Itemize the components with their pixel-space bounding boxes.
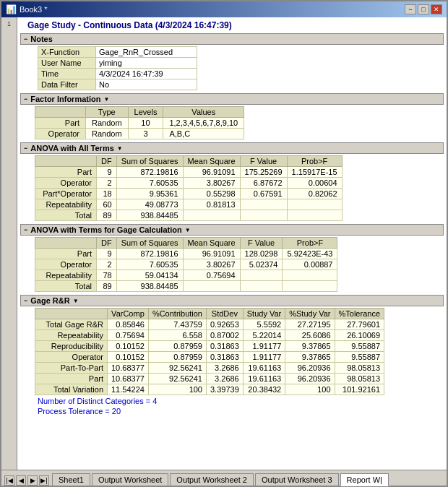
anova-all-row-po-ss: 9.95361 <box>116 189 183 199</box>
anova-gage-row-part-ss: 872.19816 <box>116 249 183 259</box>
anova-gage-row-part-ms: 96.91091 <box>183 249 240 259</box>
table-row: Time 4/3/2024 16:47:39 <box>38 69 197 79</box>
factor-content: Type Levels Values Part Random 10 1,2,3,… <box>20 106 444 139</box>
anova-gage-header: − ANOVA with Terms for Gage Calculation … <box>20 224 444 236</box>
grr-row-rep-sd: 0.87002 <box>206 330 243 341</box>
table-row: Part 9 872.19816 96.91091 175.25269 1.15… <box>35 167 343 178</box>
anova-all-row-part-df: 9 <box>97 167 117 178</box>
table-row: Part*Operator 18 9.95361 0.55298 0.67591… <box>35 189 343 199</box>
factor-col-blank <box>35 107 86 118</box>
gage-rr-section: − Gage R&R ▼ VarComp %Contribution StdDe… <box>20 295 444 415</box>
factor-collapse-icon[interactable]: − <box>24 95 27 103</box>
grr-row-total-sv: 5.5592 <box>243 319 285 330</box>
maximize-button[interactable]: □ <box>418 4 429 14</box>
anova-gage-row-part-f: 128.0298 <box>240 249 283 259</box>
factor-row-part-label: Part <box>35 118 86 129</box>
table-row: Repeatability 60 49.08773 0.81813 <box>35 199 343 210</box>
anova-all-row-total-df: 89 <box>97 210 117 221</box>
gage-rr-header: − Gage R&R ▼ <box>20 295 444 306</box>
note-label-2: Time <box>38 69 96 79</box>
grr-row-part-psv: 96.20936 <box>285 374 335 384</box>
anova-gage-row-total-df: 89 <box>97 281 117 292</box>
anova-all-col-ss: Sum of Squares <box>116 156 183 167</box>
tab-output2[interactable]: Output Worksheet 2 <box>170 473 254 486</box>
anova-all-header-label: ANOVA with All Terms <box>30 144 114 152</box>
anova-gage-col-f: F Value <box>240 238 283 249</box>
tab-reportw[interactable]: Report W| <box>340 473 389 486</box>
tab-prev-button[interactable]: ◀ <box>16 475 26 486</box>
tab-first-button[interactable]: |◀ <box>4 475 14 486</box>
notes-content: X-Function Gage_RnR_Crossed User Name yi… <box>20 46 444 90</box>
grr-row-ptp-sd: 3.2686 <box>206 363 243 374</box>
gage-rr-collapse-icon[interactable]: − <box>24 297 27 304</box>
grr-col-sv: Study Var <box>243 309 285 319</box>
grr-row-repro-pct: 0.87959 <box>148 341 206 352</box>
table-row: VarComp %Contribution StdDev Study Var %… <box>35 309 384 319</box>
tab-output1[interactable]: Output Worksheet <box>92 473 168 486</box>
factor-header: − Factor Information ▼ <box>20 93 444 105</box>
table-row: Part 9 872.19816 96.91091 128.0298 5.924… <box>35 249 337 259</box>
anova-gage-row-op-label: Operator <box>35 259 97 270</box>
title-bar: 📊 Book3 * − □ ✕ <box>1 1 447 17</box>
anova-all-row-part-ss: 872.19816 <box>116 167 183 178</box>
notes-table: X-Function Gage_RnR_Crossed User Name yi… <box>38 46 197 90</box>
table-row: X-Function Gage_RnR_Crossed <box>38 47 197 58</box>
note-value-0: Gage_RnR_Crossed <box>96 47 197 58</box>
factor-row-part-levels: 10 <box>128 118 163 129</box>
anova-all-content: DF Sum of Squares Mean Square F Value Pr… <box>20 155 444 221</box>
tab-sheet1[interactable]: Sheet1 <box>52 473 90 486</box>
grr-row-ptp-label: Part-To-Part <box>35 363 108 374</box>
anova-all-collapse-icon[interactable]: − <box>24 145 27 152</box>
tab-last-button[interactable]: ▶| <box>39 475 49 486</box>
anova-gage-row-op-ms: 3.80267 <box>183 259 240 270</box>
factor-row-part-values: 1,2,3,4,5,6,7,8,9,10 <box>163 118 244 129</box>
anova-all-row-op-label: Operator <box>35 178 97 189</box>
anova-all-row-total-f <box>240 210 287 221</box>
minimize-button[interactable]: − <box>405 4 416 14</box>
table-row: Total 89 938.84485 <box>35 210 343 221</box>
window-title: Book3 * <box>20 5 48 14</box>
grr-row-part-pct: 92.56241 <box>148 374 206 384</box>
grr-row-repro-label: Reproducibility <box>35 341 108 352</box>
gage-rr-dropdown-icon[interactable]: ▼ <box>73 298 79 304</box>
tab-next-button[interactable]: ▶ <box>27 475 38 486</box>
note-value-1: yiming <box>96 58 197 69</box>
grr-col-psv: %Study Var <box>285 309 335 319</box>
anova-gage-row-rep-ms: 0.75694 <box>183 270 240 281</box>
anova-gage-row-part-p: 5.92423E-43 <box>283 249 337 259</box>
notes-collapse-icon[interactable]: − <box>24 35 27 43</box>
factor-header-label: Factor Information <box>30 95 100 103</box>
grr-col-blank <box>35 309 108 319</box>
gage-rr-header-label: Gage R&R <box>30 296 69 305</box>
content-area: 1 Gage Study - Continuous Data (4/3/2024… <box>1 17 447 470</box>
grr-row-op-vc: 0.10152 <box>108 352 149 363</box>
anova-all-row-op-df: 2 <box>97 178 117 189</box>
table-row: DF Sum of Squares Mean Square F Value Pr… <box>35 238 337 249</box>
anova-gage-col-p: Prob>F <box>283 238 337 249</box>
anova-all-col-ms: Mean Square <box>183 156 240 167</box>
tab-output3[interactable]: Output Worksheet 3 <box>255 473 339 486</box>
close-button[interactable]: ✕ <box>431 4 442 14</box>
grr-row-repro-sd: 0.31863 <box>206 341 243 352</box>
anova-all-row-po-ms: 0.55298 <box>183 189 240 199</box>
anova-all-row-po-label: Part*Operator <box>35 189 97 199</box>
factor-dropdown-icon[interactable]: ▼ <box>103 96 109 103</box>
anova-gage-collapse-icon[interactable]: − <box>24 226 27 233</box>
anova-gage-table: DF Sum of Squares Mean Square F Value Pr… <box>35 237 337 292</box>
grr-col-pt: %Tolerance <box>335 309 384 319</box>
table-row: Total Variation 11.54224 100 3.39739 20.… <box>35 384 384 395</box>
anova-all-dropdown-icon[interactable]: ▼ <box>117 145 123 152</box>
note-value-3: No <box>96 79 197 90</box>
table-row: Reproducibility 0.10152 0.87959 0.31863 … <box>35 341 384 352</box>
grr-row-rep-sv: 5.22014 <box>243 330 285 341</box>
anova-gage-dropdown-icon[interactable]: ▼ <box>185 227 191 233</box>
table-row: Repeatability 78 59.04134 0.75694 <box>35 270 337 281</box>
left-icon-1: 1 <box>7 20 11 27</box>
note-label-0: X-Function <box>38 47 96 58</box>
anova-gage-row-op-ss: 7.60535 <box>116 259 183 270</box>
factor-col-type: Type <box>86 107 129 118</box>
anova-gage-row-op-p: 0.00887 <box>283 259 337 270</box>
grr-row-op-sv: 1.91177 <box>243 352 285 363</box>
anova-all-row-op-ss: 7.60535 <box>116 178 183 189</box>
grr-row-tv-psv: 100 <box>285 384 335 395</box>
